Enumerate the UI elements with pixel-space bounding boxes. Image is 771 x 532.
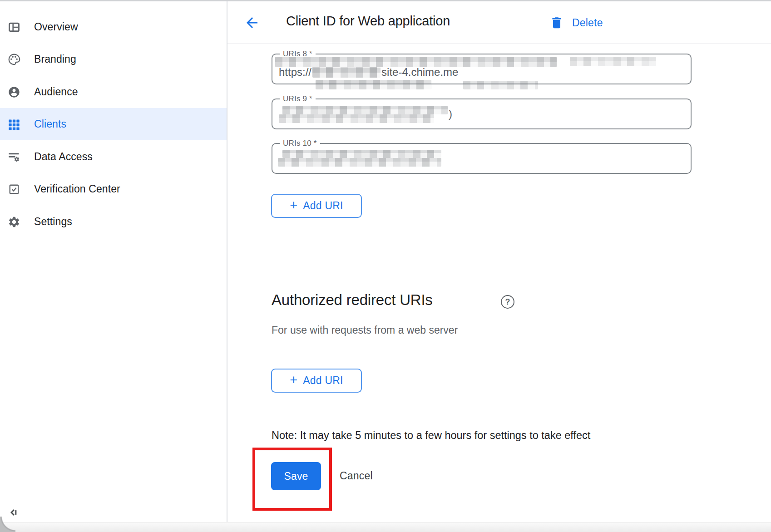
- add-uri-button[interactable]: + Add URI: [271, 194, 362, 218]
- redaction-mosaic: [316, 80, 431, 89]
- add-redirect-uri-button[interactable]: + Add URI: [271, 369, 362, 393]
- sidebar-divider: [227, 1, 227, 522]
- sidebar-item-label: Audience: [34, 86, 78, 98]
- uri-field-10[interactable]: URIs 10 *: [272, 143, 692, 174]
- save-button[interactable]: Save: [271, 462, 321, 490]
- sidebar-item-label: Clients: [34, 118, 66, 130]
- person-icon: [7, 85, 21, 99]
- settings-note: Note: It may take 5 minutes to a few hou…: [272, 429, 590, 442]
- uri-field-10-label: URIs 10 *: [280, 139, 320, 148]
- back-arrow-icon[interactable]: [243, 14, 261, 31]
- redaction-mosaic: [282, 106, 448, 114]
- verification-check-icon: [7, 182, 21, 196]
- section-subtitle: For use with requests from a web server: [272, 324, 458, 336]
- data-access-icon: [7, 150, 21, 164]
- sidebar-item-verification-center[interactable]: Verification Center: [0, 173, 227, 205]
- plus-icon: +: [290, 199, 297, 212]
- header-divider: [227, 44, 771, 44]
- trash-icon: [549, 15, 564, 30]
- window-bottom-band: [0, 522, 771, 532]
- uri-field-9-value: ): [449, 108, 452, 120]
- page-title: Client ID for Web application: [286, 14, 450, 29]
- sidebar-item-data-access[interactable]: Data Access: [0, 141, 227, 173]
- apps-grid-icon: [7, 118, 21, 131]
- sidebar: Overview Branding Audience: [0, 1, 227, 522]
- redaction-mosaic: [282, 150, 441, 158]
- overview-icon: [7, 20, 21, 34]
- cancel-button[interactable]: Cancel: [340, 470, 373, 482]
- oauth-client-edit-page: Overview Branding Audience: [0, 0, 771, 532]
- section-title: Authorized redirect URIs: [272, 291, 433, 309]
- redaction-mosaic: [463, 81, 538, 89]
- redaction-mosaic: [279, 114, 434, 123]
- help-circle-icon[interactable]: ?: [501, 295, 514, 309]
- sidebar-item-label: Branding: [34, 53, 76, 65]
- window-corner: [0, 517, 15, 532]
- sidebar-item-label: Overview: [34, 21, 78, 33]
- palette-icon: [7, 53, 21, 66]
- sidebar-item-label: Settings: [34, 216, 72, 228]
- uri-field-9-label: URIs 9 *: [280, 94, 316, 103]
- sidebar-item-label: Verification Center: [34, 183, 120, 195]
- uri-field-9[interactable]: URIs 9 * ): [272, 99, 692, 129]
- add-uri-label: Add URI: [303, 200, 343, 212]
- sidebar-item-settings[interactable]: Settings: [0, 206, 227, 238]
- redaction-mosaic: [570, 57, 656, 66]
- sidebar-item-clients[interactable]: Clients: [0, 108, 227, 140]
- delete-button[interactable]: Delete: [549, 13, 603, 33]
- redaction-mosaic: [278, 158, 441, 167]
- uri-field-8[interactable]: URIs 8 * https://site-4.chime.me: [272, 54, 692, 84]
- uri-field-8-value: https://site-4.chime.me: [279, 66, 458, 79]
- gear-icon: [7, 215, 21, 229]
- sidebar-item-audience[interactable]: Audience: [0, 76, 227, 108]
- add-redirect-uri-label: Add URI: [303, 374, 343, 387]
- sidebar-item-branding[interactable]: Branding: [0, 43, 227, 75]
- sidebar-item-overview[interactable]: Overview: [0, 11, 227, 43]
- plus-icon: +: [290, 374, 297, 387]
- delete-button-label: Delete: [572, 17, 603, 29]
- sidebar-item-label: Data Access: [34, 151, 93, 163]
